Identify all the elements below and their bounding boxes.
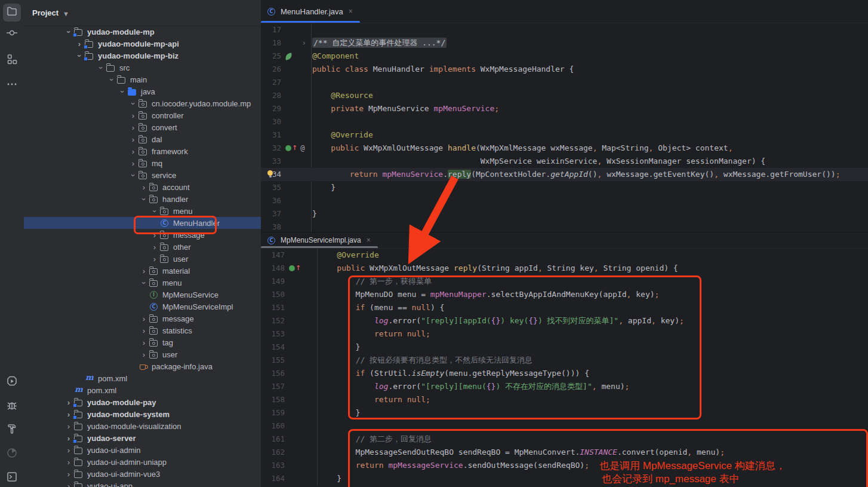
tree-item-message[interactable]: ›message xyxy=(24,229,261,241)
chevron-expanded-icon[interactable]: › xyxy=(138,195,149,204)
tree-item-message[interactable]: ›message xyxy=(24,313,261,324)
chevron-collapsed-icon[interactable]: › xyxy=(63,422,74,431)
tree-item-convert[interactable]: ›convert xyxy=(24,121,261,133)
tree-item-user[interactable]: ›user xyxy=(24,348,261,360)
tree-item-yudao-module-mp-biz[interactable]: ›yudao-module-mp-biz xyxy=(24,50,261,62)
profiler-button[interactable] xyxy=(3,445,21,463)
module-icon xyxy=(85,51,94,60)
tree-item-src[interactable]: ›src xyxy=(24,62,261,73)
overrides-icon[interactable] xyxy=(289,265,295,271)
chevron-down-icon: ▼ xyxy=(63,10,69,17)
tree-item-other[interactable]: ›other xyxy=(24,241,261,253)
chevron-collapsed-icon[interactable]: › xyxy=(128,111,138,120)
chevron-collapsed-icon[interactable]: › xyxy=(63,446,74,455)
build-button[interactable] xyxy=(3,421,21,439)
more-tools-button[interactable] xyxy=(3,76,21,94)
chevron-expanded-icon[interactable]: › xyxy=(106,75,117,84)
fold-chevron-icon[interactable]: › xyxy=(303,36,306,50)
terminal-button[interactable] xyxy=(3,469,21,487)
commit-tool-button[interactable] xyxy=(3,25,21,43)
tree-item-mpmenuservice[interactable]: IMpMenuService xyxy=(24,289,261,301)
tab-menuhandler[interactable]: C MenuHandler.java × xyxy=(261,0,360,23)
chevron-collapsed-icon[interactable]: › xyxy=(149,255,160,264)
code-editor-menuhandler[interactable]: 1718›/** 自定义菜单的事件处理器 ...*/25@Component26… xyxy=(261,23,868,232)
chevron-collapsed-icon[interactable]: › xyxy=(138,314,149,323)
tree-item-label: MenuHandler xyxy=(173,219,220,228)
chevron-collapsed-icon[interactable]: › xyxy=(149,231,160,240)
chevron-expanded-icon[interactable]: › xyxy=(128,171,138,180)
chevron-collapsed-icon[interactable]: › xyxy=(128,135,138,144)
tree-item-user[interactable]: ›user xyxy=(24,253,261,265)
chevron-collapsed-icon[interactable]: › xyxy=(63,470,74,479)
project-header[interactable]: Project ▼ xyxy=(24,0,261,26)
tree-item-controller[interactable]: ›controller xyxy=(24,109,261,121)
chevron-expanded-icon[interactable]: › xyxy=(149,207,160,216)
tree-item-label: MpMenuService xyxy=(162,290,218,299)
chevron-collapsed-icon[interactable]: › xyxy=(128,147,138,156)
tab-mpmenuserviceimpl[interactable]: C MpMenuServiceImpl.java × xyxy=(261,232,378,248)
tree-item-yudao-ui-app[interactable]: ›yudao-ui-app xyxy=(24,480,261,487)
chevron-expanded-icon[interactable]: › xyxy=(138,278,149,287)
spring-bean-icon[interactable] xyxy=(285,53,292,60)
code-editor-mpmenuserviceimpl[interactable]: 147 @Override148↑ public WxMpXmlOutMessa… xyxy=(261,249,868,485)
tree-item-menuhandler[interactable]: CMenuHandler xyxy=(24,217,261,229)
package-icon xyxy=(149,195,159,204)
tree-item-yudao-module-pay[interactable]: ›yudao-module-pay xyxy=(24,396,261,408)
close-icon[interactable]: × xyxy=(367,236,371,244)
chevron-collapsed-icon[interactable]: › xyxy=(128,159,138,168)
tree-item-pom.xml[interactable]: pom.xml xyxy=(24,372,261,384)
tree-item-yudao-ui-admin[interactable]: ›yudao-ui-admin xyxy=(24,444,261,456)
chevron-collapsed-icon[interactable]: › xyxy=(128,123,138,132)
tree-item-cn.iocoder.yudao.module.mp[interactable]: ›cn.iocoder.yudao.module.mp xyxy=(24,97,261,109)
maven-icon xyxy=(74,386,84,395)
debug-button[interactable] xyxy=(3,397,21,415)
tree-item-yudao-server[interactable]: ›yudao-server xyxy=(24,432,261,444)
tree-item-menu[interactable]: ›menu xyxy=(24,205,261,217)
tree-item-yudao-module-mp-api[interactable]: ›yudao-module-mp-api xyxy=(24,38,261,50)
tree-item-java[interactable]: ›java xyxy=(24,85,261,97)
tree-item-framework[interactable]: ›framework xyxy=(24,145,261,157)
profiler-icon xyxy=(6,447,18,461)
tree-item-yudao-module-system[interactable]: ›yudao-module-system xyxy=(24,408,261,420)
tree-item-yudao-module-mp[interactable]: ›yudao-module-mp xyxy=(24,26,261,38)
module-icon xyxy=(74,410,84,419)
chevron-collapsed-icon[interactable]: › xyxy=(138,338,149,347)
package-icon xyxy=(149,267,159,275)
run-button[interactable] xyxy=(3,373,21,391)
tree-item-yudao-ui-admin-vue3[interactable]: ›yudao-ui-admin-vue3 xyxy=(24,468,261,480)
project-tool-button[interactable] xyxy=(3,4,21,22)
chevron-expanded-icon[interactable]: › xyxy=(128,99,138,108)
package-icon xyxy=(138,99,148,108)
chevron-collapsed-icon[interactable]: › xyxy=(63,482,74,487)
chevron-collapsed-icon[interactable]: › xyxy=(63,458,74,467)
lightbulb-icon[interactable] xyxy=(267,170,273,176)
tree-item-material[interactable]: ›material xyxy=(24,265,261,277)
code-line-153: 153 return null; xyxy=(261,327,868,341)
tree-item-service[interactable]: ›service xyxy=(24,169,261,181)
structure-tool-button[interactable] xyxy=(3,51,21,69)
tree-item-yudao-ui-admin-uniapp[interactable]: ›yudao-ui-admin-uniapp xyxy=(24,456,261,468)
tree-item-pom.xml[interactable]: pom.xml xyxy=(24,384,261,396)
tree-item-statistics[interactable]: ›statistics xyxy=(24,324,261,336)
chevron-expanded-icon[interactable]: › xyxy=(117,87,128,96)
tree-item-package-info.java[interactable]: package-info.java xyxy=(24,360,261,372)
tab-bar-bottom: C MpMenuServiceImpl.java × xyxy=(261,232,868,249)
tree-item-menu[interactable]: ›menu xyxy=(24,277,261,289)
chevron-collapsed-icon[interactable]: › xyxy=(138,326,149,335)
tree-item-dal[interactable]: ›dal xyxy=(24,133,261,145)
chevron-collapsed-icon[interactable]: › xyxy=(138,350,149,359)
chevron-expanded-icon[interactable]: › xyxy=(96,63,106,72)
tree-item-mq[interactable]: ›mq xyxy=(24,157,261,169)
overrides-icon[interactable] xyxy=(285,145,291,151)
tree-item-main[interactable]: ›main xyxy=(24,73,261,85)
close-icon[interactable]: × xyxy=(349,7,353,16)
tree-item-yudao-module-visualization[interactable]: ›yudao-module-visualization xyxy=(24,420,261,432)
tree-item-account[interactable]: ›account xyxy=(24,181,261,193)
tree-item-mpmenuserviceimpl[interactable]: CMpMenuServiceImpl xyxy=(24,301,261,313)
tree-item-handler[interactable]: ›handler xyxy=(24,193,261,205)
line-number: 153 xyxy=(261,327,285,341)
chevron-collapsed-icon[interactable]: › xyxy=(138,183,149,192)
tree-item-tag[interactable]: ›tag xyxy=(24,336,261,348)
chevron-collapsed-icon[interactable]: › xyxy=(138,267,149,275)
chevron-collapsed-icon[interactable]: › xyxy=(149,243,160,252)
